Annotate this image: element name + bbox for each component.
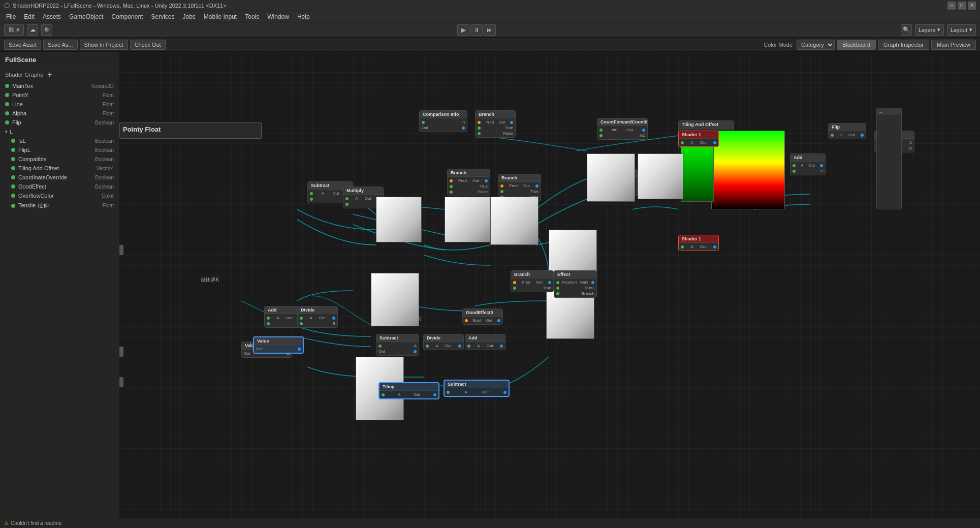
node-countforward[interactable]: CountForwardCount0 In0Out In1 [597, 118, 648, 140]
prop-flip[interactable]: Flip Boolean [0, 118, 119, 127]
node-selected-bottom[interactable]: Value Out [253, 336, 304, 354]
node-compare-info[interactable]: Comparison Info In Out [419, 110, 467, 132]
alpha-name: Alpha [12, 110, 103, 116]
node-divide-bottom[interactable]: Divide AOut B [297, 306, 338, 328]
port-a [467, 345, 470, 348]
pointy-float-label: Pointy Float [123, 126, 258, 133]
prop-overflow[interactable]: OverflowColor Color [6, 191, 119, 200]
prop-alpha[interactable]: Alpha Float [0, 109, 119, 118]
play-button[interactable]: ▶ [457, 24, 469, 36]
settings-button[interactable]: ⚙ [41, 24, 52, 36]
prop-isl[interactable]: IsL Boolean [6, 136, 119, 145]
alpha-type: Float [103, 111, 114, 116]
port-a [681, 245, 684, 249]
menu-jobs[interactable]: Jobs [178, 12, 199, 21]
titlebar: ⬡ ShaderHDRP2022 - LFullScene - Windows,… [0, 0, 980, 11]
compatible-name: Compatible [18, 156, 95, 162]
flipl-name: FlipL [18, 147, 95, 153]
node-add-1[interactable]: Add AOut B [790, 153, 826, 175]
show-in-project-button[interactable]: Show In Project [80, 40, 128, 50]
port-b [310, 198, 313, 201]
group-l-label: L [10, 129, 13, 135]
graph-canvas[interactable]: Pointy Float Comparison Info In Out Bran… [119, 52, 980, 518]
preview-1 [376, 197, 422, 242]
cloud-button[interactable]: ☁ [27, 24, 38, 36]
warning-icon: ⚠ [4, 520, 9, 526]
port-out [433, 393, 436, 396]
node-goodeffect[interactable]: GoodEffect0 BoolOut [462, 308, 503, 325]
port-b [556, 287, 559, 290]
minimize-button[interactable]: ─ [947, 2, 956, 10]
pause-button[interactable]: ⏸ [470, 24, 483, 36]
port-out [500, 345, 503, 348]
port-a [310, 192, 313, 195]
save-as-button[interactable]: Save As... [43, 40, 78, 50]
menu-window[interactable]: Window [263, 12, 293, 21]
node-branch-2[interactable]: Branch PredOut True False [447, 169, 490, 196]
node-subtract-bottom1[interactable]: Subtract A Out [376, 334, 419, 356]
menu-component[interactable]: Component [107, 12, 147, 21]
main-preview-tab[interactable]: Main Preview [931, 40, 976, 50]
maximize-button[interactable]: □ [958, 2, 966, 10]
blackboard-tab[interactable]: Blackboard [837, 40, 876, 50]
port-a [556, 281, 559, 284]
close-button[interactable]: ✕ [968, 2, 976, 10]
menu-assets[interactable]: Assets [39, 12, 65, 21]
node-shader1-red2[interactable]: Shader 1 AOut [678, 235, 719, 251]
menu-tools[interactable]: Tools [241, 12, 263, 21]
node-divide-bottom2[interactable]: Divide AOut [423, 334, 464, 350]
prop-tiling[interactable]: Tiling Add Offset Vector4 [6, 164, 119, 173]
overflow-type: Color [102, 193, 114, 199]
prop-line[interactable]: Line Float [0, 100, 119, 109]
menu-edit[interactable]: Edit [20, 12, 39, 21]
prop-pointy[interactable]: PointY Float [0, 90, 119, 100]
prop-goodeffect[interactable]: GoodEffect Boolean [6, 182, 119, 191]
layers-dropdown[interactable]: Layers ▾ [915, 24, 944, 36]
step-button[interactable]: ⏭ [484, 24, 496, 36]
node-shader1-red[interactable]: Shader 1 AOut [678, 131, 719, 147]
color-mode-select[interactable]: Category [797, 40, 835, 50]
account-button[interactable]: 账 # [4, 24, 24, 36]
search-button[interactable]: 🔍 [901, 24, 912, 36]
node-branch1[interactable]: Branch PredOut True False [475, 110, 516, 138]
port-out [485, 179, 488, 182]
preview-3 [490, 197, 539, 245]
node-flip[interactable]: Flip InOut [828, 123, 866, 139]
menubar: File Edit Assets GameObject Component Se… [0, 11, 980, 22]
port-true [500, 190, 503, 193]
group-l-header[interactable]: ▾ L [0, 127, 119, 136]
port-out [820, 164, 823, 167]
node-selected-blue1[interactable]: Tiling AOut [378, 382, 439, 399]
check-out-button[interactable]: Check Out [130, 40, 166, 50]
menu-mobile-input[interactable]: Mobile Input [200, 12, 241, 21]
prop-compatible[interactable]: Compatible Boolean [6, 154, 119, 164]
add-shader-button[interactable]: + [45, 70, 54, 79]
menu-gameobject[interactable]: GameObject [65, 12, 107, 21]
menu-help[interactable]: Help [293, 12, 314, 21]
tiling-type: Vector4 [97, 166, 114, 171]
graph-inspector-tab[interactable]: Graph Inspector [878, 40, 929, 50]
prop-maintex[interactable]: MainTex Texture2D [0, 81, 119, 90]
port-out [861, 134, 864, 137]
unity-icon: ⬡ [4, 2, 10, 9]
port-out [642, 129, 645, 132]
port-a [300, 317, 303, 320]
flipl-dot [11, 148, 15, 152]
node-selected-blue2[interactable]: Subtract AOut [444, 380, 510, 397]
menu-services[interactable]: Services [147, 12, 178, 21]
node-effect[interactable]: Effect PositionOut2 True1 Branch [554, 270, 597, 298]
status-message: Couldn't find a readme [11, 520, 61, 526]
node-branch-br[interactable]: Branch PredOut True [511, 270, 554, 292]
tensile-dot [11, 204, 15, 208]
menu-file[interactable]: File [2, 12, 20, 21]
save-asset-button[interactable]: Save Asset [4, 40, 41, 50]
pointy-type: Float [103, 92, 114, 98]
prop-coord[interactable]: CoordinateOverride Boolean [6, 173, 119, 182]
overflow-dot [11, 194, 15, 198]
prop-tensile[interactable]: Tensile-拉伸 Float [6, 200, 119, 211]
prop-flipl[interactable]: FlipL Boolean [6, 145, 119, 154]
node-add-bottom2[interactable]: Add AOut [465, 334, 505, 350]
port-true [513, 287, 516, 290]
scale-indicator-1 [119, 245, 123, 255]
layout-dropdown[interactable]: Layout ▾ [947, 24, 976, 36]
